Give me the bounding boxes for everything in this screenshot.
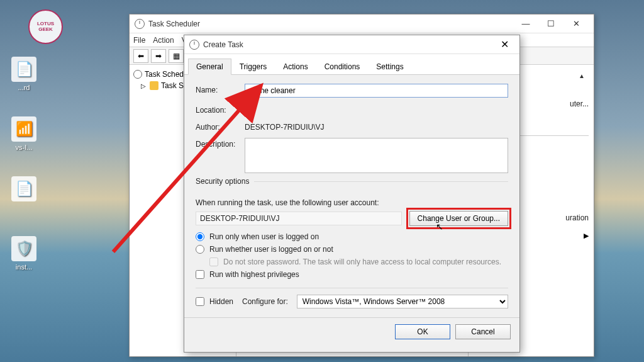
security-options-heading: Security options (196, 181, 508, 192)
radio-run-logged-on[interactable]: Run only when user is logged on (196, 232, 508, 241)
checkbox-input[interactable] (196, 270, 204, 279)
menu-file[interactable]: File (133, 36, 145, 45)
checkbox-input[interactable] (196, 297, 204, 306)
close-button[interactable]: ✕ (494, 36, 514, 54)
action-item[interactable]: uter... (570, 98, 589, 110)
description-textarea[interactable] (245, 138, 508, 173)
tab-strip: General Triggers Actions Conditions Sett… (184, 54, 519, 75)
check-hidden[interactable]: Hidden (196, 297, 233, 306)
tab-conditions[interactable]: Conditions (316, 59, 369, 75)
radio-label: Run whether user is logged on or not (209, 245, 333, 254)
check-highest-privileges[interactable]: Run with highest privileges (196, 270, 508, 279)
change-user-or-group-button[interactable]: Change User or Group... (409, 211, 508, 226)
name-label: Name: (196, 84, 245, 94)
radio-input[interactable] (196, 245, 204, 254)
configure-for-label: Configure for: (242, 297, 288, 306)
forward-button[interactable]: ➡ (151, 49, 166, 63)
up-button[interactable]: ▦ (169, 49, 184, 63)
radio-run-whether[interactable]: Run whether user is logged on or not (196, 245, 508, 254)
tab-general[interactable]: General (188, 59, 231, 75)
tree-child-label: Task S (161, 81, 184, 90)
configure-for-select[interactable]: Windows Vista™, Windows Server™ 2008 (297, 295, 508, 308)
radio-label: Run only when user is logged on (209, 232, 319, 241)
watermark-logo: LOTUS GEEK (28, 9, 63, 44)
ok-button[interactable]: OK (395, 324, 450, 339)
desktop-icon[interactable]: 📄...rd (5, 57, 43, 91)
checkbox-label: Hidden (209, 297, 233, 306)
collapse-arrow-icon[interactable]: ▲ (579, 72, 585, 79)
back-button[interactable]: ⬅ (133, 49, 148, 63)
user-account-value: DESKTOP-7RIDUIU\VJ (196, 212, 402, 225)
clock-icon (133, 70, 142, 79)
tab-actions[interactable]: Actions (275, 59, 316, 75)
desktop-icon[interactable]: 📶vs-I... (5, 116, 43, 151)
security-prompt: When running the task, use the following… (196, 198, 508, 207)
author-value: DESKTOP-7RIDUIU\VJ (245, 121, 508, 132)
check-no-store-password: Do not store password. The task will onl… (209, 257, 508, 266)
checkbox-input (209, 257, 218, 266)
checkbox-label: Do not store password. The task will onl… (223, 257, 501, 266)
name-input[interactable] (245, 84, 508, 98)
tab-settings[interactable]: Settings (368, 59, 411, 75)
desktop-icon-label: inst... (16, 263, 32, 271)
dialog-title: Create Task (203, 40, 494, 49)
radio-input[interactable] (196, 232, 204, 241)
tab-triggers[interactable]: Triggers (231, 59, 275, 75)
author-label: Author: (196, 121, 245, 132)
location-label: Location: (196, 104, 245, 115)
window-title: Task Scheduler (148, 20, 513, 28)
desktop-icon-label: ...rd (18, 84, 30, 91)
expand-icon[interactable]: ▷ (141, 82, 147, 89)
clock-icon (135, 19, 145, 29)
desktop-icon[interactable]: 📄 (5, 176, 43, 203)
desktop-icon-label: vs-I... (16, 144, 33, 151)
tab-panel-general: Name: Location: \ Author: DESKTOP-7RIDUI… (184, 75, 519, 317)
menu-action[interactable]: Action (153, 36, 174, 45)
maximize-button[interactable]: ☐ (538, 15, 564, 33)
cancel-button[interactable]: Cancel (455, 324, 511, 339)
mouse-cursor-icon: ↖ (436, 222, 443, 232)
checkbox-label: Run with highest privileges (209, 270, 299, 279)
dialog-footer: OK Cancel (184, 317, 519, 346)
create-task-dialog: Create Task ✕ General Triggers Actions C… (184, 35, 520, 353)
desktop-icon[interactable]: 🛡️inst... (5, 236, 43, 271)
clock-icon (189, 40, 199, 50)
minimize-button[interactable]: — (513, 15, 538, 33)
titlebar[interactable]: Task Scheduler — ☐ ✕ (130, 14, 594, 33)
close-button[interactable]: ✕ (564, 15, 589, 33)
description-label: Description: (196, 138, 245, 149)
location-value: \ (245, 104, 508, 115)
titlebar[interactable]: Create Task ✕ (184, 35, 519, 54)
folder-icon (150, 81, 158, 90)
